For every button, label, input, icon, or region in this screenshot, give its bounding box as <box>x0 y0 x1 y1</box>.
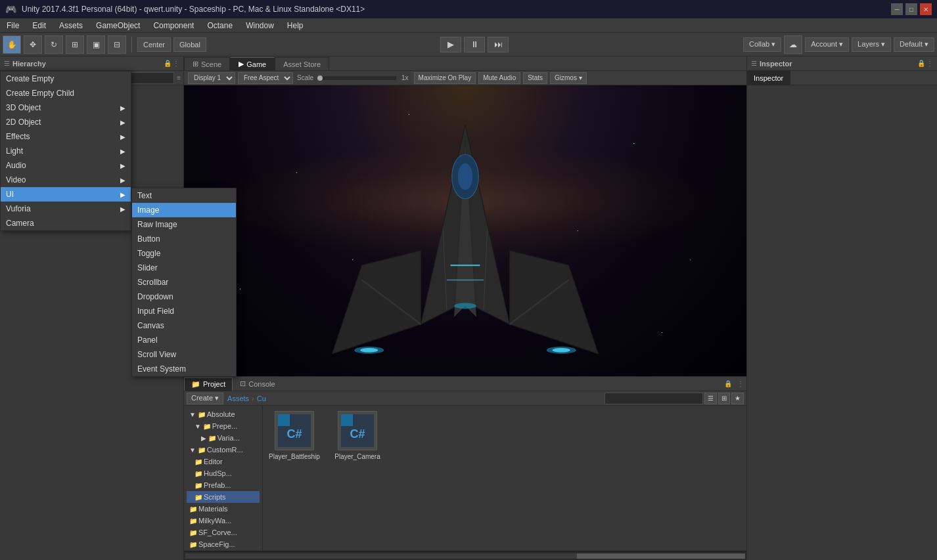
layers-button[interactable]: Layers ▾ <box>852 37 891 52</box>
submenu-event-system[interactable]: Event System <box>132 362 236 376</box>
project-lock-button[interactable]: 🔒 <box>721 380 735 387</box>
submenu-toggle[interactable]: Toggle <box>132 246 236 261</box>
tree-materials[interactable]: 📁 Materials <box>187 503 260 515</box>
project-scrollbar[interactable] <box>184 551 746 560</box>
scale-tool-button[interactable]: ⊞ <box>66 35 84 54</box>
scale-slider[interactable] <box>317 76 396 80</box>
tree-varia[interactable]: ▶ 📁 Varia... <box>187 432 260 444</box>
submenu-raw-image[interactable]: Raw Image <box>132 217 236 232</box>
dropdown-3d-object[interactable]: 3D Object ▶ <box>1 100 131 115</box>
file-player-camera[interactable]: C# Player_Camera <box>331 411 384 460</box>
menu-assets[interactable]: Assets <box>53 18 89 32</box>
hierarchy-menu-button[interactable]: ⋮ <box>173 60 179 67</box>
tree-hudsp[interactable]: 📁 HudSp... <box>187 467 260 479</box>
tab-game[interactable]: ▶ Game <box>230 57 275 70</box>
submenu-image[interactable]: Image <box>132 203 236 217</box>
asset-store-tab-label: Asset Store <box>283 60 321 68</box>
hierarchy-options-button[interactable]: ≡ <box>177 74 181 81</box>
mute-audio-button[interactable]: Mute Audio <box>478 72 520 84</box>
tab-scene[interactable]: ⊞ Scene <box>184 57 230 70</box>
inspector-tab-inspector[interactable]: Inspector <box>747 71 790 85</box>
tree-prepe[interactable]: ▼ 📁 Prepe... <box>187 420 260 432</box>
account-button[interactable]: Account ▾ <box>805 37 849 52</box>
project-search-btn[interactable]: ☰ <box>704 393 717 404</box>
horizontal-scrollbar[interactable] <box>185 553 745 559</box>
minimize-button[interactable]: ─ <box>891 3 903 15</box>
default-layout-button[interactable]: Default ▾ <box>894 37 934 52</box>
project-filter-btn[interactable]: ⊞ <box>718 393 730 404</box>
play-button[interactable]: ▶ <box>440 37 461 53</box>
file-player-battleship[interactable]: C# Player_Battleship <box>268 411 321 460</box>
inspector-menu-button[interactable]: ⋮ <box>926 60 933 67</box>
menu-gameobject[interactable]: GameObject <box>89 18 147 32</box>
dropdown-create-empty-child[interactable]: Create Empty Child <box>1 86 131 100</box>
rect-tool-button[interactable]: ▣ <box>87 35 105 54</box>
dropdown-create-empty[interactable]: Create Empty <box>1 72 131 86</box>
breadcrumb-assets[interactable]: Assets <box>227 395 249 402</box>
display-select[interactable]: Display 1 <box>188 72 235 84</box>
menu-file[interactable]: File <box>0 18 26 32</box>
tab-console[interactable]: ⊡ Console <box>233 377 282 391</box>
menu-window[interactable]: Window <box>239 18 281 32</box>
menu-component[interactable]: Component <box>147 18 200 32</box>
dropdown-audio[interactable]: Audio ▶ <box>1 158 131 173</box>
cloud-button[interactable]: ☁ <box>784 35 802 54</box>
tree-milkyway[interactable]: 📁 MilkyWa... <box>187 515 260 527</box>
tree-absolute[interactable]: ▼ 📁 Absolute <box>187 408 260 420</box>
menu-help[interactable]: Help <box>281 18 310 32</box>
dropdown-effects[interactable]: Effects ▶ <box>1 129 131 144</box>
submenu-dropdown[interactable]: Dropdown <box>132 290 236 304</box>
gizmos-button[interactable]: Gizmos ▾ <box>550 72 587 84</box>
submenu-text[interactable]: Text <box>132 188 236 203</box>
tree-prefab[interactable]: 📁 Prefab... <box>187 479 260 491</box>
dropdown-ui[interactable]: UI ▶ <box>1 187 131 202</box>
svg-marker-2 <box>332 251 421 355</box>
dropdown-light[interactable]: Light ▶ <box>1 144 131 158</box>
center-label: Center <box>143 41 165 49</box>
tree-editor[interactable]: 📁 Editor <box>187 456 260 467</box>
transform-tool-button[interactable]: ⊟ <box>108 35 126 54</box>
tab-project[interactable]: 📁 Project <box>184 377 233 391</box>
tree-scripts[interactable]: 📁 Scripts <box>187 491 260 503</box>
hierarchy-lock-button[interactable]: 🔒 <box>164 60 171 67</box>
dropdown-vuforia[interactable]: Vuforia ▶ <box>1 202 131 216</box>
global-button[interactable]: Global <box>173 37 206 52</box>
aspect-select[interactable]: Free Aspect <box>238 72 293 84</box>
hand-tool-button[interactable]: ✋ <box>3 35 21 54</box>
rotate-tool-button[interactable]: ↻ <box>45 35 63 54</box>
stats-button[interactable]: Stats <box>523 72 547 84</box>
center-button[interactable]: Center <box>137 37 171 52</box>
tree-sf-corve[interactable]: 📁 SF_Corve... <box>187 527 260 538</box>
cs-file-icon-camera: C# <box>341 414 374 447</box>
toolbar-separator-1 <box>131 37 132 53</box>
dropdown-video[interactable]: Video ▶ <box>1 173 131 187</box>
menu-octane[interactable]: Octane <box>200 18 239 32</box>
project-star-btn[interactable]: ★ <box>731 393 744 404</box>
submenu-slider[interactable]: Slider <box>132 261 236 275</box>
tab-asset-store[interactable]: Asset Store <box>275 57 329 70</box>
menu-edit[interactable]: Edit <box>26 18 53 32</box>
submenu-scrollbar[interactable]: Scrollbar <box>132 275 236 290</box>
tree-customr[interactable]: ▼ 📁 CustomR... <box>187 444 260 456</box>
collab-button[interactable]: Collab ▾ <box>743 37 781 52</box>
submenu-button[interactable]: Button <box>132 232 236 246</box>
tree-spacefig[interactable]: 📁 SpaceFig... <box>187 538 260 550</box>
project-search-input[interactable] <box>605 393 703 404</box>
submenu-canvas[interactable]: Canvas <box>132 318 236 333</box>
move-tool-button[interactable]: ✥ <box>24 35 42 54</box>
submenu-panel[interactable]: Panel <box>132 333 236 347</box>
folder-icon: 📁 <box>189 506 197 513</box>
submenu-scroll-view[interactable]: Scroll View <box>132 347 236 362</box>
step-button[interactable]: ⏭ <box>488 37 509 53</box>
dropdown-camera[interactable]: Camera <box>1 216 131 230</box>
pause-button[interactable]: ⏸ <box>464 37 485 53</box>
breadcrumb-cu[interactable]: Cu <box>257 395 266 402</box>
project-create-button[interactable]: Create ▾ <box>187 393 223 404</box>
dropdown-2d-object[interactable]: 2D Object ▶ <box>1 115 131 129</box>
project-menu-button[interactable]: ⋮ <box>735 380 746 387</box>
maximize-button[interactable]: □ <box>905 3 917 15</box>
submenu-input-field[interactable]: Input Field <box>132 304 236 318</box>
close-button[interactable]: ✕ <box>920 3 932 15</box>
maximize-on-play-button[interactable]: Maximize On Play <box>414 72 476 84</box>
inspector-lock-button[interactable]: 🔒 <box>917 60 925 67</box>
